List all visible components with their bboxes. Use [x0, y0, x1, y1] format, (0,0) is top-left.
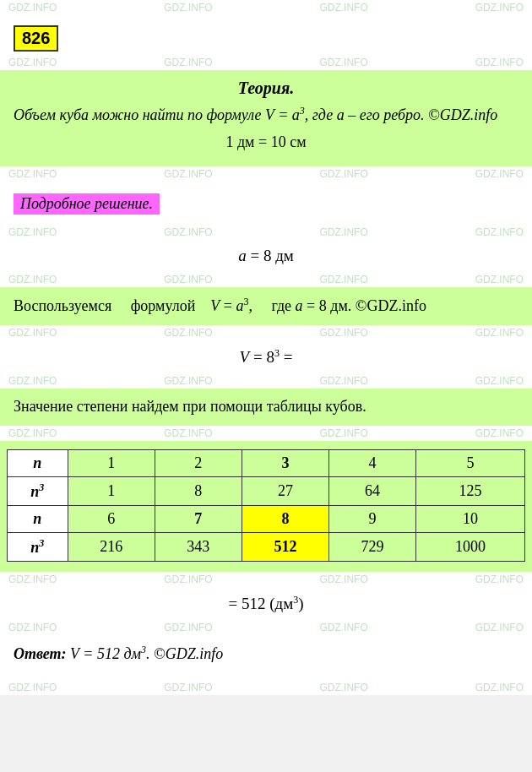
step2-formula: V = 83 = [0, 340, 532, 373]
step1-section: Воспользуемся формулой V = a3, где a = 8… [0, 287, 532, 325]
problem-number: 826 [14, 25, 58, 52]
watermark-bottom: GDZ.INFO GDZ.INFO GDZ.INFO GDZ.INFO [0, 680, 532, 695]
table-cell: 125 [416, 477, 525, 506]
watermark-top: GDZ.INFO GDZ.INFO GDZ.INFO GDZ.INFO [0, 0, 532, 15]
result-formula: = 512 (дм3) [0, 587, 532, 620]
table-cell: 1000 [416, 533, 525, 562]
watermark-row3: GDZ.INFO GDZ.INFO GDZ.INFO GDZ.INFO [0, 166, 532, 182]
theory-text1: Объем куба можно найти по формуле V = a3… [14, 106, 497, 123]
table-cell: 1 [68, 477, 155, 506]
detailed-solution-label: Подробное решение. [14, 193, 160, 215]
cubes-table: n 1 2 3 4 5 n3 1 8 27 64 125 n 6 7 8 9 [7, 449, 525, 562]
table-cell-result-highlight: 512 [242, 533, 328, 562]
table-cell: 64 [328, 477, 415, 506]
table-cell-highlight: 8 [242, 506, 328, 533]
watermark-row10: GDZ.INFO GDZ.INFO GDZ.INFO GDZ.INFO [0, 620, 532, 635]
table-cell: 216 [68, 533, 155, 562]
step3-text: Значение степени найдем при помощи табли… [14, 395, 518, 419]
step1-text: Воспользуемся формулой V = a3, где a = 8… [14, 294, 518, 318]
table-cell: 9 [328, 506, 415, 533]
step3-section: Значение степени найдем при помощи табли… [0, 389, 532, 426]
table-cell: 10 [416, 506, 525, 533]
table-section: n 1 2 3 4 5 n3 1 8 27 64 125 n 6 7 8 9 [0, 441, 532, 572]
table-cell: 4 [328, 450, 415, 477]
table-cell: 1 [68, 450, 155, 477]
answer-text: Ответ: V = 512 дм3. ©GDZ.info [14, 642, 518, 666]
table-cell: 3 [242, 450, 328, 477]
answer-section: Ответ: V = 512 дм3. ©GDZ.info [0, 635, 532, 680]
table-cell: 6 [68, 506, 155, 533]
given-value: a = 8 дм [0, 240, 532, 272]
theory-text: Объем куба можно найти по формуле V = a3… [14, 103, 518, 127]
table-cell: 343 [155, 533, 242, 562]
table-cell: 27 [242, 477, 328, 506]
table-cell: 2 [155, 450, 242, 477]
table-header-n3-row2: n3 [8, 533, 68, 562]
theory-section: Теория. Объем куба можно найти по формул… [0, 70, 532, 166]
table-cell: 5 [416, 450, 525, 477]
table-header-n3-row1: n3 [8, 477, 68, 506]
table-cell: 8 [155, 477, 242, 506]
theory-title: Теория. [14, 79, 518, 98]
watermark-row4: GDZ.INFO GDZ.INFO GDZ.INFO GDZ.INFO [0, 225, 532, 240]
page: GDZ.INFO GDZ.INFO GDZ.INFO GDZ.INFO 826 … [0, 0, 532, 695]
unit-conversion: 1 дм = 10 см [14, 133, 518, 151]
watermark-row5: GDZ.INFO GDZ.INFO GDZ.INFO GDZ.INFO [0, 272, 532, 287]
table-cell: 729 [328, 533, 415, 562]
watermark-row7: GDZ.INFO GDZ.INFO GDZ.INFO GDZ.INFO [0, 373, 532, 389]
watermark-row6: GDZ.INFO GDZ.INFO GDZ.INFO GDZ.INFO [0, 325, 532, 340]
watermark-row2: GDZ.INFO GDZ.INFO GDZ.INFO GDZ.INFO [0, 55, 532, 70]
watermark-row8: GDZ.INFO GDZ.INFO GDZ.INFO GDZ.INFO [0, 426, 532, 441]
watermark-row9: GDZ.INFO GDZ.INFO GDZ.INFO GDZ.INFO [0, 572, 532, 587]
table-cell: 7 [155, 506, 242, 533]
table-header-n-row2: n [8, 506, 68, 533]
table-header-n: n [8, 450, 68, 477]
